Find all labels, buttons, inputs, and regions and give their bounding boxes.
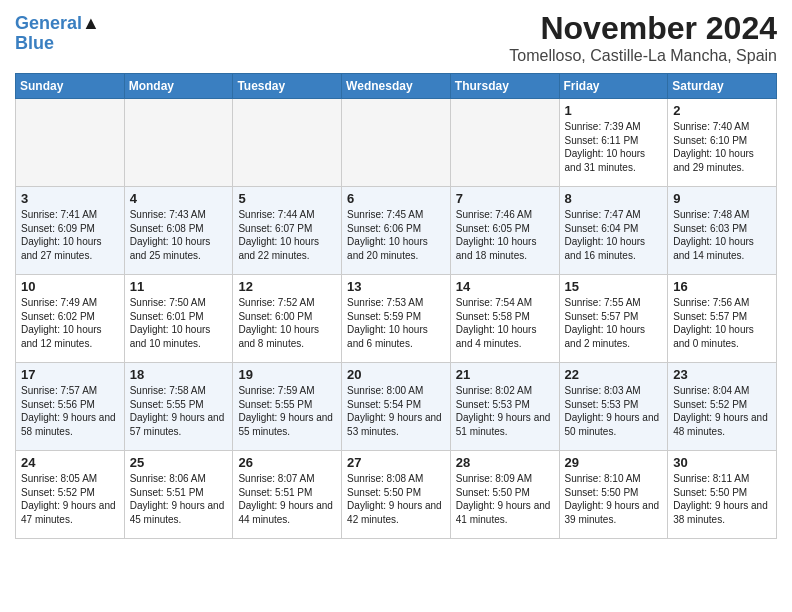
calendar-day-cell: 16Sunrise: 7:56 AM Sunset: 5:57 PM Dayli… — [668, 275, 777, 363]
calendar-day-cell — [124, 99, 233, 187]
day-number: 26 — [238, 455, 336, 470]
day-number: 14 — [456, 279, 554, 294]
calendar-header: SundayMondayTuesdayWednesdayThursdayFrid… — [16, 74, 777, 99]
day-info: Sunrise: 7:59 AM Sunset: 5:55 PM Dayligh… — [238, 384, 336, 438]
calendar-day-cell: 11Sunrise: 7:50 AM Sunset: 6:01 PM Dayli… — [124, 275, 233, 363]
day-of-week-header: Saturday — [668, 74, 777, 99]
calendar-day-cell: 2Sunrise: 7:40 AM Sunset: 6:10 PM Daylig… — [668, 99, 777, 187]
calendar-day-cell: 7Sunrise: 7:46 AM Sunset: 6:05 PM Daylig… — [450, 187, 559, 275]
day-number: 2 — [673, 103, 771, 118]
calendar-day-cell: 5Sunrise: 7:44 AM Sunset: 6:07 PM Daylig… — [233, 187, 342, 275]
calendar-day-cell: 19Sunrise: 7:59 AM Sunset: 5:55 PM Dayli… — [233, 363, 342, 451]
day-info: Sunrise: 8:10 AM Sunset: 5:50 PM Dayligh… — [565, 472, 663, 526]
day-info: Sunrise: 8:03 AM Sunset: 5:53 PM Dayligh… — [565, 384, 663, 438]
day-info: Sunrise: 8:11 AM Sunset: 5:50 PM Dayligh… — [673, 472, 771, 526]
day-info: Sunrise: 8:08 AM Sunset: 5:50 PM Dayligh… — [347, 472, 445, 526]
day-info: Sunrise: 7:56 AM Sunset: 5:57 PM Dayligh… — [673, 296, 771, 350]
day-number: 19 — [238, 367, 336, 382]
day-info: Sunrise: 8:09 AM Sunset: 5:50 PM Dayligh… — [456, 472, 554, 526]
calendar-day-cell: 29Sunrise: 8:10 AM Sunset: 5:50 PM Dayli… — [559, 451, 668, 539]
calendar-day-cell — [342, 99, 451, 187]
calendar-day-cell: 14Sunrise: 7:54 AM Sunset: 5:58 PM Dayli… — [450, 275, 559, 363]
calendar-day-cell: 25Sunrise: 8:06 AM Sunset: 5:51 PM Dayli… — [124, 451, 233, 539]
day-number: 3 — [21, 191, 119, 206]
day-number: 8 — [565, 191, 663, 206]
day-of-week-header: Friday — [559, 74, 668, 99]
day-number: 22 — [565, 367, 663, 382]
day-number: 21 — [456, 367, 554, 382]
calendar-day-cell: 8Sunrise: 7:47 AM Sunset: 6:04 PM Daylig… — [559, 187, 668, 275]
calendar-day-cell: 27Sunrise: 8:08 AM Sunset: 5:50 PM Dayli… — [342, 451, 451, 539]
calendar-week-row: 3Sunrise: 7:41 AM Sunset: 6:09 PM Daylig… — [16, 187, 777, 275]
calendar-day-cell: 26Sunrise: 8:07 AM Sunset: 5:51 PM Dayli… — [233, 451, 342, 539]
day-number: 18 — [130, 367, 228, 382]
location: Tomelloso, Castille-La Mancha, Spain — [509, 47, 777, 65]
day-number: 5 — [238, 191, 336, 206]
calendar-day-cell — [16, 99, 125, 187]
calendar-day-cell: 4Sunrise: 7:43 AM Sunset: 6:08 PM Daylig… — [124, 187, 233, 275]
day-number: 27 — [347, 455, 445, 470]
day-info: Sunrise: 7:53 AM Sunset: 5:59 PM Dayligh… — [347, 296, 445, 350]
day-number: 12 — [238, 279, 336, 294]
day-info: Sunrise: 7:43 AM Sunset: 6:08 PM Dayligh… — [130, 208, 228, 262]
calendar-table: SundayMondayTuesdayWednesdayThursdayFrid… — [15, 73, 777, 539]
day-number: 20 — [347, 367, 445, 382]
day-info: Sunrise: 8:02 AM Sunset: 5:53 PM Dayligh… — [456, 384, 554, 438]
calendar-week-row: 17Sunrise: 7:57 AM Sunset: 5:56 PM Dayli… — [16, 363, 777, 451]
day-number: 23 — [673, 367, 771, 382]
calendar-week-row: 10Sunrise: 7:49 AM Sunset: 6:02 PM Dayli… — [16, 275, 777, 363]
day-number: 16 — [673, 279, 771, 294]
calendar-day-cell: 13Sunrise: 7:53 AM Sunset: 5:59 PM Dayli… — [342, 275, 451, 363]
day-info: Sunrise: 8:05 AM Sunset: 5:52 PM Dayligh… — [21, 472, 119, 526]
calendar-body: 1Sunrise: 7:39 AM Sunset: 6:11 PM Daylig… — [16, 99, 777, 539]
calendar-day-cell — [233, 99, 342, 187]
calendar-day-cell: 12Sunrise: 7:52 AM Sunset: 6:00 PM Dayli… — [233, 275, 342, 363]
day-info: Sunrise: 7:50 AM Sunset: 6:01 PM Dayligh… — [130, 296, 228, 350]
day-number: 9 — [673, 191, 771, 206]
calendar-day-cell: 1Sunrise: 7:39 AM Sunset: 6:11 PM Daylig… — [559, 99, 668, 187]
day-info: Sunrise: 7:58 AM Sunset: 5:55 PM Dayligh… — [130, 384, 228, 438]
day-number: 25 — [130, 455, 228, 470]
day-number: 24 — [21, 455, 119, 470]
calendar-day-cell: 15Sunrise: 7:55 AM Sunset: 5:57 PM Dayli… — [559, 275, 668, 363]
day-info: Sunrise: 8:06 AM Sunset: 5:51 PM Dayligh… — [130, 472, 228, 526]
day-info: Sunrise: 7:57 AM Sunset: 5:56 PM Dayligh… — [21, 384, 119, 438]
day-info: Sunrise: 7:41 AM Sunset: 6:09 PM Dayligh… — [21, 208, 119, 262]
day-number: 17 — [21, 367, 119, 382]
day-number: 11 — [130, 279, 228, 294]
day-info: Sunrise: 7:44 AM Sunset: 6:07 PM Dayligh… — [238, 208, 336, 262]
page-header: General▲Blue November 2024 Tomelloso, Ca… — [15, 10, 777, 65]
calendar-day-cell — [450, 99, 559, 187]
day-info: Sunrise: 8:07 AM Sunset: 5:51 PM Dayligh… — [238, 472, 336, 526]
day-info: Sunrise: 8:00 AM Sunset: 5:54 PM Dayligh… — [347, 384, 445, 438]
day-number: 15 — [565, 279, 663, 294]
day-of-week-header: Tuesday — [233, 74, 342, 99]
day-of-week-header: Thursday — [450, 74, 559, 99]
day-of-week-header: Sunday — [16, 74, 125, 99]
calendar-day-cell: 10Sunrise: 7:49 AM Sunset: 6:02 PM Dayli… — [16, 275, 125, 363]
calendar-day-cell: 24Sunrise: 8:05 AM Sunset: 5:52 PM Dayli… — [16, 451, 125, 539]
day-info: Sunrise: 7:48 AM Sunset: 6:03 PM Dayligh… — [673, 208, 771, 262]
day-info: Sunrise: 7:49 AM Sunset: 6:02 PM Dayligh… — [21, 296, 119, 350]
month-title: November 2024 — [509, 10, 777, 47]
day-info: Sunrise: 7:52 AM Sunset: 6:00 PM Dayligh… — [238, 296, 336, 350]
day-info: Sunrise: 7:45 AM Sunset: 6:06 PM Dayligh… — [347, 208, 445, 262]
day-number: 4 — [130, 191, 228, 206]
calendar-day-cell: 30Sunrise: 8:11 AM Sunset: 5:50 PM Dayli… — [668, 451, 777, 539]
day-of-week-header: Monday — [124, 74, 233, 99]
calendar-day-cell: 22Sunrise: 8:03 AM Sunset: 5:53 PM Dayli… — [559, 363, 668, 451]
calendar-day-cell: 3Sunrise: 7:41 AM Sunset: 6:09 PM Daylig… — [16, 187, 125, 275]
day-info: Sunrise: 8:04 AM Sunset: 5:52 PM Dayligh… — [673, 384, 771, 438]
header-row: SundayMondayTuesdayWednesdayThursdayFrid… — [16, 74, 777, 99]
day-number: 6 — [347, 191, 445, 206]
calendar-day-cell: 20Sunrise: 8:00 AM Sunset: 5:54 PM Dayli… — [342, 363, 451, 451]
day-number: 29 — [565, 455, 663, 470]
day-number: 13 — [347, 279, 445, 294]
day-of-week-header: Wednesday — [342, 74, 451, 99]
day-info: Sunrise: 7:40 AM Sunset: 6:10 PM Dayligh… — [673, 120, 771, 174]
day-info: Sunrise: 7:47 AM Sunset: 6:04 PM Dayligh… — [565, 208, 663, 262]
calendar-day-cell: 23Sunrise: 8:04 AM Sunset: 5:52 PM Dayli… — [668, 363, 777, 451]
calendar-day-cell: 6Sunrise: 7:45 AM Sunset: 6:06 PM Daylig… — [342, 187, 451, 275]
day-number: 10 — [21, 279, 119, 294]
day-number: 7 — [456, 191, 554, 206]
